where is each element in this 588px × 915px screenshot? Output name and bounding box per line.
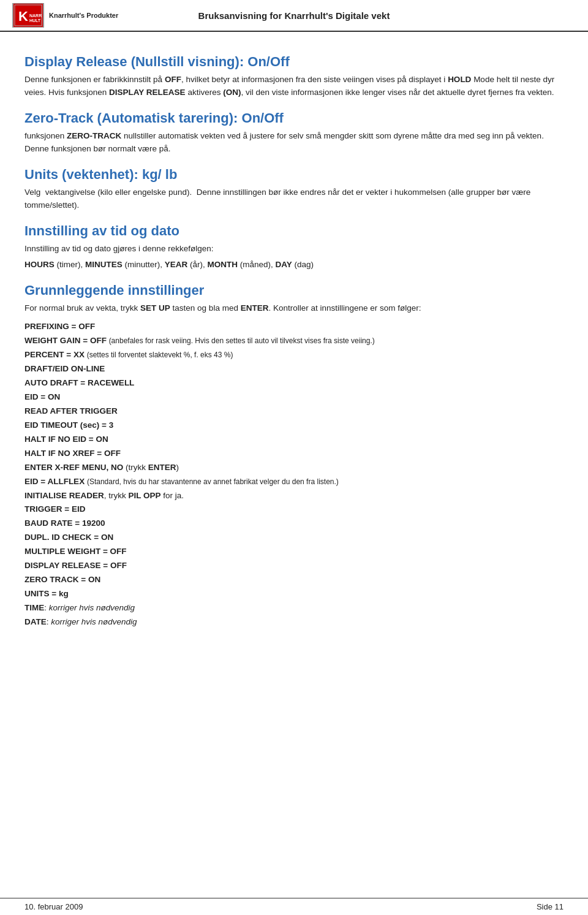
logo-box: K NARR HULT	[12, 3, 44, 28]
setting-percent: PERCENT = XX (settes til forventet slakt…	[24, 348, 564, 362]
footer-page: Side 11	[537, 902, 564, 911]
company-name: Knarrhult's Produkter	[49, 11, 118, 20]
setting-weight-gain: WEIGHT GAIN = OFF (anbefales for rask ve…	[24, 334, 564, 348]
text-display-release: Denne funksjonen er fabrikkinnstilt på O…	[24, 74, 564, 99]
company-logo: K NARR HULT Knarrhult's Produkter	[12, 3, 135, 28]
setting-display-release: DISPLAY RELEASE = OFF	[24, 559, 564, 573]
setting-read-after-trigger: READ AFTER TRIGGER	[24, 404, 564, 419]
text-time-date-sequence: HOURS (timer), MINUTES (minutter), YEAR …	[24, 259, 564, 271]
setting-auto-draft: AUTO DRAFT = RACEWELL	[24, 376, 564, 390]
svg-text:HULT: HULT	[29, 18, 41, 23]
settings-list: PREFIXING = OFF WEIGHT GAIN = OFF (anbef…	[24, 320, 564, 629]
setting-date: DATE: korriger hvis nødvendig	[24, 615, 564, 629]
heading-units: Units (vektenhet): kg/ lb	[24, 167, 564, 183]
text-zero-track: funksjonen ZERO-TRACK nullstiller automa…	[24, 130, 564, 156]
heading-basic-settings: Grunnleggende innstillinger	[24, 283, 564, 298]
setting-multiple-weight: MULTIPLE WEIGHT = OFF	[24, 545, 564, 559]
section-zero-track: Zero-Track (Automatisk tarering): On/Off…	[24, 110, 564, 156]
section-time-date: Innstilling av tid og dato Innstilling a…	[24, 223, 564, 272]
setting-zero-track: ZERO TRACK = ON	[24, 573, 564, 587]
section-basic-settings: Grunnleggende innstillinger For normal b…	[24, 283, 564, 629]
svg-text:K: K	[18, 9, 28, 24]
heading-time-date: Innstilling av tid og dato	[24, 223, 564, 239]
text-time-date-intro: Innstilling av tid og dato gjøres i denn…	[24, 243, 564, 256]
page-footer: 10. februar 2009 Side 11	[0, 898, 588, 915]
setting-trigger: TRIGGER = EID	[24, 503, 564, 517]
setting-halt-no-xref: HALT IF NO XREF = OFF	[24, 447, 564, 461]
setting-enter-xref: ENTER X-REF MENU, NO (trykk ENTER)	[24, 461, 564, 475]
heading-zero-track: Zero-Track (Automatisk tarering): On/Off	[24, 110, 564, 126]
text-units: Velg vektangivelse (kilo eller engelske …	[24, 186, 564, 212]
setting-eid-allflex: EID = ALLFLEX (Standard, hvis du har sta…	[24, 475, 564, 489]
text-basic-intro: For normal bruk av vekta, trykk SET UP t…	[24, 302, 564, 315]
setting-time: TIME: korriger hvis nødvendig	[24, 601, 564, 615]
setting-eid-timeout: EID TIMEOUT (sec) = 3	[24, 419, 564, 433]
logo-svg: K NARR HULT	[13, 4, 43, 27]
svg-text:NARR: NARR	[29, 13, 42, 18]
setting-units: UNITS = kg	[24, 587, 564, 601]
setting-dupl-id: DUPL. ID CHECK = ON	[24, 531, 564, 545]
page-header: K NARR HULT Knarrhult's Produkter Bruksa…	[0, 0, 588, 32]
section-units: Units (vektenhet): kg/ lb Velg vektangiv…	[24, 167, 564, 212]
main-content: Display Release (Nullstill visning): On/…	[0, 32, 588, 642]
setting-eid-on: EID = ON	[24, 390, 564, 404]
heading-display-release: Display Release (Nullstill visning): On/…	[24, 54, 564, 70]
setting-prefixing: PREFIXING = OFF	[24, 320, 564, 334]
setting-initialise-reader: INITIALISE READER, trykk PIL OPP for ja.	[24, 489, 564, 503]
setting-halt-no-eid: HALT IF NO EID = ON	[24, 433, 564, 447]
setting-baud-rate: BAUD RATE = 19200	[24, 517, 564, 531]
footer-date: 10. februar 2009	[24, 902, 83, 911]
setting-draft-eid: DRAFT/EID ON-LINE	[24, 362, 564, 376]
section-display-release: Display Release (Nullstill visning): On/…	[24, 54, 564, 99]
page-title: Bruksanvisning for Knarrhult's Digitale …	[135, 10, 453, 21]
